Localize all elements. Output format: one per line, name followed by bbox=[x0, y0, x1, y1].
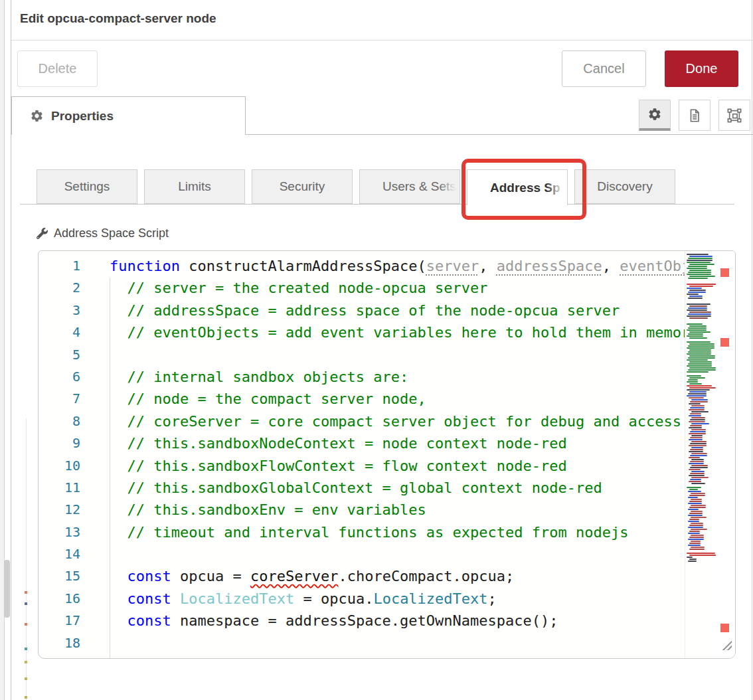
tray-right-border bbox=[752, 0, 752, 700]
code-line: // timeout and interval functions as exp… bbox=[110, 521, 685, 543]
code-line bbox=[110, 632, 685, 654]
tab-discovery[interactable]: Discovery bbox=[574, 169, 675, 204]
line-number: 14 bbox=[39, 543, 80, 565]
wrench-icon bbox=[37, 228, 48, 239]
background-speck bbox=[25, 677, 27, 680]
error-marker[interactable] bbox=[720, 338, 729, 347]
background-speck bbox=[25, 648, 27, 650]
edit-description-button[interactable] bbox=[679, 100, 711, 131]
delete-button[interactable]: Delete bbox=[17, 50, 98, 87]
section-label: Address Space Script bbox=[54, 226, 169, 240]
header-divider bbox=[11, 40, 753, 41]
code-line: function constructAlarmAddressSpace(serv… bbox=[110, 255, 685, 277]
line-number: 7 bbox=[39, 388, 80, 410]
code-line: // this.sandboxGlobalContext = global co… bbox=[110, 477, 685, 499]
tab-settings[interactable]: Settings bbox=[37, 169, 137, 204]
editor-code-area[interactable]: function constructAlarmAddressSpace(serv… bbox=[108, 251, 685, 658]
editor-line-numbers: 12345678910111213141516171819 bbox=[39, 251, 108, 658]
line-number: 13 bbox=[39, 521, 80, 543]
code-line bbox=[110, 344, 685, 366]
editor-overview-ruler bbox=[716, 251, 735, 658]
gear-icon bbox=[647, 107, 662, 122]
document-icon bbox=[687, 108, 702, 123]
line-number: 8 bbox=[39, 410, 80, 432]
code-line: // this.sandboxFlowContext = flow contex… bbox=[110, 455, 685, 477]
line-number: 5 bbox=[39, 344, 80, 366]
background-panel-edge bbox=[26, 418, 27, 700]
config-tab-strip: SettingsLimitsSecurityUsers & SetsAddres… bbox=[0, 169, 753, 205]
label-fade bbox=[546, 171, 566, 205]
code-line: // coreServer = core compact server obje… bbox=[110, 410, 685, 432]
line-number: 4 bbox=[39, 321, 80, 343]
properties-tab-label: Properties bbox=[51, 109, 114, 124]
address-space-script-section: Address Space Script bbox=[37, 226, 169, 240]
line-number: 10 bbox=[39, 455, 80, 477]
background-speck bbox=[25, 623, 27, 626]
tab-label: Limits bbox=[178, 179, 211, 194]
node-appearance-icon bbox=[727, 108, 742, 123]
line-number: 2 bbox=[39, 277, 80, 299]
tab-limits[interactable]: Limits bbox=[144, 169, 245, 204]
code-line: // server = the created node-opcua serve… bbox=[110, 277, 685, 299]
done-button[interactable]: Done bbox=[665, 50, 738, 87]
line-number: 9 bbox=[39, 432, 80, 454]
background-speck bbox=[25, 696, 27, 699]
tab-address-sp[interactable]: Address Sp bbox=[467, 169, 568, 205]
background-speck bbox=[25, 661, 27, 663]
line-number: 19 bbox=[39, 654, 80, 659]
code-line bbox=[110, 543, 685, 565]
tab-properties[interactable]: Properties bbox=[11, 96, 246, 135]
tab-strip-baseline bbox=[20, 204, 734, 205]
line-number: 17 bbox=[39, 610, 80, 632]
line-number: 12 bbox=[39, 499, 80, 521]
code-line: // eventObjects = add event variables he… bbox=[110, 321, 685, 343]
gear-icon bbox=[30, 109, 44, 123]
tab-label: Settings bbox=[64, 179, 110, 194]
line-number: 3 bbox=[39, 300, 80, 321]
line-number: 18 bbox=[39, 632, 80, 654]
line-number: 1 bbox=[39, 255, 80, 277]
code-line: const namespace = addressSpace.getOwnNam… bbox=[110, 610, 685, 632]
label-fade bbox=[439, 171, 459, 203]
code-line: // this.sandboxNodeContext = node contex… bbox=[110, 432, 685, 454]
code-line: // internal sandbox objects are: bbox=[110, 366, 685, 388]
code-editor[interactable]: 12345678910111213141516171819 function c… bbox=[38, 250, 736, 659]
code-line: const opcua = coreServer.choreCompact.op… bbox=[110, 565, 685, 587]
code-line: // this.sandboxEnv = env variables bbox=[110, 499, 685, 521]
page-scrollbar-thumb[interactable] bbox=[4, 560, 10, 618]
tab-label: Security bbox=[280, 179, 325, 194]
line-number: 15 bbox=[39, 565, 80, 587]
cancel-button[interactable]: Cancel bbox=[562, 50, 646, 87]
error-marker[interactable] bbox=[720, 624, 729, 632]
error-marker[interactable] bbox=[720, 268, 729, 277]
edit-node-dialog: Edit opcua-compact-server node Delete Ca… bbox=[0, 0, 753, 700]
editor-minimap[interactable] bbox=[685, 251, 716, 658]
code-line: const Variant = opcua.Variant; bbox=[110, 654, 685, 658]
edit-properties-button[interactable] bbox=[639, 100, 671, 131]
tab-users-sets[interactable]: Users & Sets bbox=[359, 169, 460, 204]
edit-appearance-button[interactable] bbox=[718, 100, 750, 131]
code-line: // node = the compact server node, bbox=[110, 388, 685, 410]
background-speck bbox=[25, 602, 27, 605]
line-number: 11 bbox=[39, 477, 80, 499]
tab-security[interactable]: Security bbox=[252, 169, 353, 204]
line-number: 16 bbox=[39, 588, 80, 610]
resize-grip-icon[interactable] bbox=[720, 638, 732, 650]
line-number: 6 bbox=[39, 366, 80, 388]
code-line: const LocalizedText = opcua.LocalizedTex… bbox=[110, 588, 685, 610]
tab-label: Discovery bbox=[597, 179, 652, 194]
background-speck bbox=[25, 591, 27, 594]
dialog-title: Edit opcua-compact-server node bbox=[20, 11, 216, 26]
code-line: // addressSpace = address space of the n… bbox=[110, 300, 685, 321]
